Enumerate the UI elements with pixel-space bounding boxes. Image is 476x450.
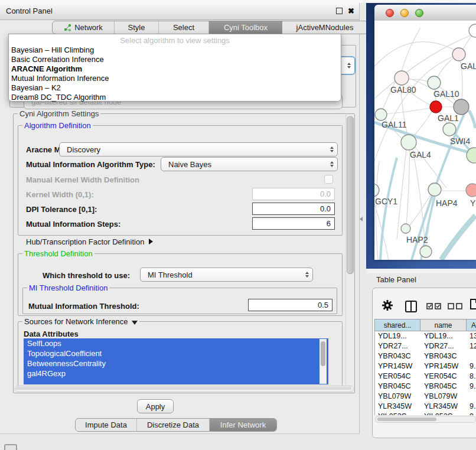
table-cell[interactable]: YDL19... xyxy=(375,331,421,341)
hub-definition-toggle[interactable]: Hub/Transcription Factor Definition xyxy=(26,237,153,246)
scrollbar-thumb[interactable] xyxy=(347,116,354,274)
gear-icon[interactable] xyxy=(382,299,393,314)
table-cell[interactable]: YBL079W xyxy=(421,392,467,402)
table-cell[interactable]: YLR345W xyxy=(375,402,421,412)
table-cell[interactable]: 13 xyxy=(467,331,476,341)
kernel-width-field[interactable]: 0.0 xyxy=(252,188,335,200)
sources-group-title[interactable]: Sources for Network Inference xyxy=(22,317,139,326)
table-cell[interactable]: YIL052C xyxy=(375,412,421,415)
apply-button[interactable]: Apply xyxy=(137,399,174,413)
header-cell-shared-name[interactable]: shared... xyxy=(374,319,420,331)
show-columns-icon[interactable] xyxy=(426,303,441,309)
table-cell[interactable]: 12 xyxy=(467,341,476,351)
traffic-light-zoom[interactable] xyxy=(415,9,423,17)
document-icon[interactable] xyxy=(470,298,476,312)
table-cell[interactable] xyxy=(467,351,476,361)
table-cell[interactable]: YIL052C xyxy=(421,412,467,415)
dropdown-item-bayesian-k2[interactable]: Bayesian – K2 xyxy=(9,83,341,93)
network-canvas[interactable]: GALGAL80GAL10GAL1GAL11SWI4GAL4GCY1HAP4YH… xyxy=(374,21,476,260)
mi-steps-field[interactable]: 6 xyxy=(252,217,335,230)
table-cell[interactable]: 8. xyxy=(467,371,476,381)
scrollbar-thumb[interactable] xyxy=(16,387,351,390)
table-cell[interactable]: YER054C xyxy=(421,371,467,381)
network-node[interactable] xyxy=(420,246,432,257)
table-cell[interactable]: YBR045C xyxy=(421,381,467,392)
dpi-tolerance-field[interactable]: 0.0 xyxy=(252,203,335,215)
table-cell[interactable]: 9. xyxy=(467,402,476,412)
network-node[interactable] xyxy=(467,148,476,163)
table-cell[interactable]: YDL19... xyxy=(421,331,467,341)
scrollbar-thumb[interactable] xyxy=(321,341,325,366)
network-node[interactable] xyxy=(375,109,387,120)
column-layout-icon[interactable] xyxy=(405,301,417,312)
tab-cyni-toolbox[interactable]: Cyni Toolbox xyxy=(209,21,282,34)
table-cell[interactable]: YDR27... xyxy=(375,341,421,351)
network-node[interactable] xyxy=(428,76,441,89)
tab-select[interactable]: Select xyxy=(159,21,209,34)
table-cell[interactable]: YPR145W xyxy=(375,361,421,371)
traffic-light-minimize[interactable] xyxy=(400,9,409,17)
dropdown-item-bayesian-hill-climbing[interactable]: Bayesian – Hill Climbing xyxy=(9,45,341,55)
network-node[interactable] xyxy=(374,184,379,197)
list-scrollbar[interactable] xyxy=(319,339,327,384)
tab-style[interactable]: Style xyxy=(115,21,159,34)
table-cell[interactable]: 9. xyxy=(467,381,476,392)
attribute-item-betweennesscentrality[interactable]: BetweennessCentrality xyxy=(24,358,328,369)
table-cell[interactable]: 9. xyxy=(467,361,476,371)
scrollbar-thumb[interactable] xyxy=(377,418,436,421)
mi-threshold-field[interactable]: 0.5 xyxy=(248,299,332,311)
dropdown-item-aracne[interactable]: ARACNE Algorithm xyxy=(9,64,341,74)
network-node[interactable] xyxy=(401,224,410,233)
table-cell[interactable]: YBR043C xyxy=(375,351,421,361)
table-row[interactable]: YIL052CYIL052C9. xyxy=(375,412,476,415)
table-row[interactable]: YBR043CYBR043C xyxy=(375,351,476,361)
hide-columns-icon[interactable] xyxy=(448,303,462,309)
table-cell[interactable] xyxy=(467,392,476,402)
network-titlebar[interactable] xyxy=(374,5,476,21)
attribute-item-selfloops[interactable]: SelfLoops xyxy=(24,338,328,348)
network-node[interactable] xyxy=(395,71,409,85)
table-row[interactable]: YLR345WYLR345W9. xyxy=(375,402,476,412)
tab-impute-data[interactable]: Impute Data xyxy=(76,419,137,431)
network-node[interactable] xyxy=(428,183,441,196)
table-cell[interactable]: YLR345W xyxy=(421,402,467,412)
settings-hscrollbar[interactable] xyxy=(15,386,354,392)
network-node[interactable] xyxy=(401,135,416,150)
network-node[interactable] xyxy=(452,48,465,61)
collapsed-panel-icon[interactable] xyxy=(4,444,17,450)
dropdown-item-mutual-information[interactable]: Mutual Information Inference xyxy=(9,74,341,83)
table-row[interactable]: YPR145WYPR145W9. xyxy=(375,361,476,371)
tab-jactivemnodules[interactable]: jActiveMNodules xyxy=(282,21,367,34)
table-cell[interactable]: YER054C xyxy=(375,371,421,381)
network-node[interactable] xyxy=(443,123,456,136)
table-cell[interactable]: YBR043C xyxy=(421,351,467,361)
manual-kernel-checkbox[interactable] xyxy=(324,175,333,184)
float-window-icon[interactable] xyxy=(336,8,343,14)
which-threshold-combo[interactable]: MI Threshold xyxy=(140,268,313,282)
table-cell[interactable]: YDR27... xyxy=(421,341,467,351)
close-icon[interactable]: ✖ xyxy=(348,3,354,19)
network-node[interactable] xyxy=(454,99,469,115)
aracne-mode-combo[interactable]: Discovery xyxy=(59,142,338,156)
traffic-light-close[interactable] xyxy=(386,9,394,17)
table-row[interactable]: YDR27...YDR27...12 xyxy=(375,341,476,351)
table-cell[interactable]: YPR145W xyxy=(421,361,467,371)
table-row[interactable]: YBR045CYBR045C9. xyxy=(375,381,476,392)
table-cell[interactable]: 9. xyxy=(467,412,476,415)
network-node[interactable] xyxy=(466,184,476,197)
header-cell-extra[interactable]: A xyxy=(466,319,476,331)
settings-scrollbar[interactable] xyxy=(345,115,354,386)
table-cell[interactable]: YBR045C xyxy=(375,381,421,392)
header-cell-name[interactable]: name xyxy=(420,319,467,331)
table-hscrollbar[interactable] xyxy=(375,416,476,423)
tab-discretize-data[interactable]: Discretize Data xyxy=(137,419,210,431)
tab-network[interactable]: Network xyxy=(53,21,115,34)
dropdown-item-basic-correlation[interactable]: Basic Correlation Inference xyxy=(9,55,341,64)
table-row[interactable]: YDL19...YDL19...13 xyxy=(375,331,476,341)
table-row[interactable]: YER054CYER054C8. xyxy=(375,371,476,381)
network-node[interactable] xyxy=(430,101,442,113)
table-row[interactable]: YBL079WYBL079W xyxy=(375,392,476,402)
attribute-item-gal4rgexp[interactable]: gal4RGexp xyxy=(24,369,328,379)
dropdown-item-dream8[interactable]: Dream8 DC_TDC Algorithm xyxy=(9,93,341,102)
tab-infer-network[interactable]: Infer Network xyxy=(210,419,276,431)
